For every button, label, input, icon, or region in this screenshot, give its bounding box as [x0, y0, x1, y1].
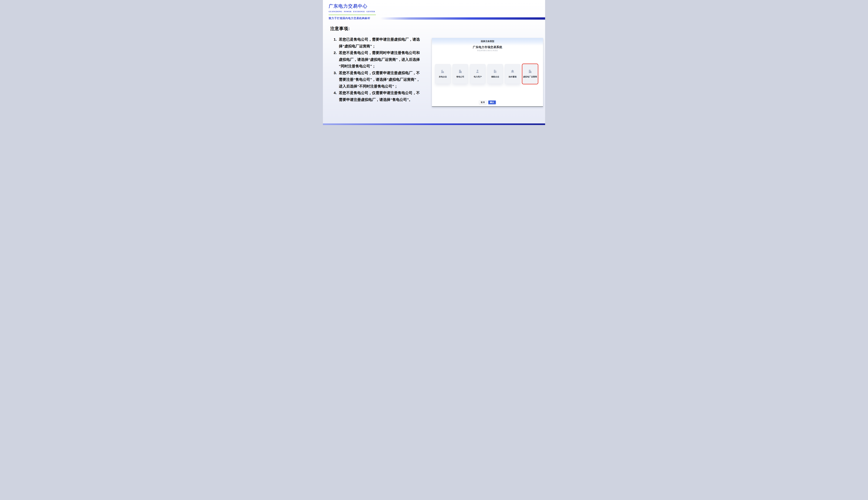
- card-virtual-power-plant[interactable]: 虚拟电厂运营商: [522, 64, 538, 84]
- logo-block: 广东电力交易中心 GUANGDONG POWER EXCHANGE GENTER: [329, 3, 381, 12]
- card-pumped-hydro[interactable]: 抽水蓄能: [505, 64, 521, 84]
- dialog-header: 选择主体类型: [432, 38, 543, 46]
- entity-type-cards: 发电企业 售电公司: [435, 64, 540, 84]
- list-item-number: 4.: [334, 90, 339, 96]
- logo-title: 广东电力交易中心: [329, 3, 381, 9]
- list-item: 2. 若您不是售电公司，需要同时申请注册售电公司和虚拟电厂，请选择“虚拟电厂运营…: [334, 49, 422, 70]
- logo-subtitle: GUANGDONG POWER EXCHANGE GENTER: [329, 10, 381, 12]
- list-item-text: 若您不是售电公司，需要同时申请注册售电公司和虚拟电厂，请选择“虚拟电厂运营商”，…: [339, 49, 421, 70]
- notes-heading: 注意事项:: [330, 26, 350, 32]
- energy-storage-icon: [493, 68, 498, 73]
- card-power-generation[interactable]: 发电企业: [435, 64, 451, 84]
- back-button[interactable]: 返回: [479, 101, 487, 104]
- card-power-retail[interactable]: 售电公司: [453, 64, 468, 84]
- header-gradient-bar: [380, 18, 545, 20]
- footer-gradient-bar: [323, 123, 545, 125]
- green-divider: [329, 14, 376, 15]
- card-power-user[interactable]: 电力用户: [470, 64, 486, 84]
- retail-company-icon: [458, 68, 462, 73]
- card-energy-storage[interactable]: 储能企业: [488, 64, 503, 84]
- card-label: 虚拟电厂运营商: [523, 76, 537, 78]
- dialog-title: 选择主体类型: [481, 40, 494, 43]
- pumped-hydro-icon: [510, 68, 515, 73]
- card-label: 抽水蓄能: [509, 76, 517, 78]
- list-item: 4. 若您不是售电公司，仅需要申请注册售电公司，不需要申请注册虚拟电厂，请选择“…: [334, 90, 422, 103]
- list-item-text: 若您已是售电公司，需要申请注册虚拟电厂，请选择“虚拟电厂运营商”；: [339, 36, 421, 49]
- power-user-icon: [475, 68, 480, 73]
- list-item-text: 若您不是售电公司，仅需要申请注册虚拟电厂，不需要注册“售电公司”，请选择“虚拟电…: [339, 70, 421, 90]
- power-plant-icon: [441, 68, 445, 73]
- list-item: 3. 若您不是售电公司，仅需要申请注册虚拟电厂，不需要注册“售电公司”，请选择“…: [334, 70, 422, 90]
- virtual-plant-icon: [528, 68, 533, 73]
- slide: 广东电力交易中心 GUANGDONG POWER EXCHANGE GENTER…: [323, 0, 545, 125]
- list-item-text: 若您不是售电公司，仅需要申请注册售电公司，不需要申请注册虚拟电厂，请选择“售电公…: [339, 90, 421, 103]
- list-item-number: 1.: [334, 36, 339, 43]
- notes-list: 1. 若您已是售电公司，需要申请注册虚拟电厂，请选择“虚拟电厂运营商”； 2. …: [334, 36, 422, 103]
- list-item-number: 3.: [334, 70, 339, 76]
- card-label: 发电企业: [439, 76, 447, 78]
- card-label: 储能企业: [491, 76, 499, 78]
- dialog-actions: 返回 确认: [432, 101, 543, 104]
- register-dialog: 选择主体类型 广东电力市场交易系统 请选择需要注册的主体类型 发电企业: [432, 38, 543, 107]
- list-item-number: 2.: [334, 49, 339, 56]
- tagline: 致力于打造国内电力交易机构标杆: [329, 17, 370, 20]
- system-title: 广东电力市场交易系统: [432, 45, 543, 49]
- system-subtitle: 请选择需要注册的主体类型: [432, 49, 543, 52]
- card-label: 电力用户: [474, 76, 482, 78]
- card-label: 售电公司: [456, 76, 464, 78]
- confirm-button[interactable]: 确认: [488, 101, 496, 104]
- list-item: 1. 若您已是售电公司，需要申请注册虚拟电厂，请选择“虚拟电厂运营商”；: [334, 36, 422, 49]
